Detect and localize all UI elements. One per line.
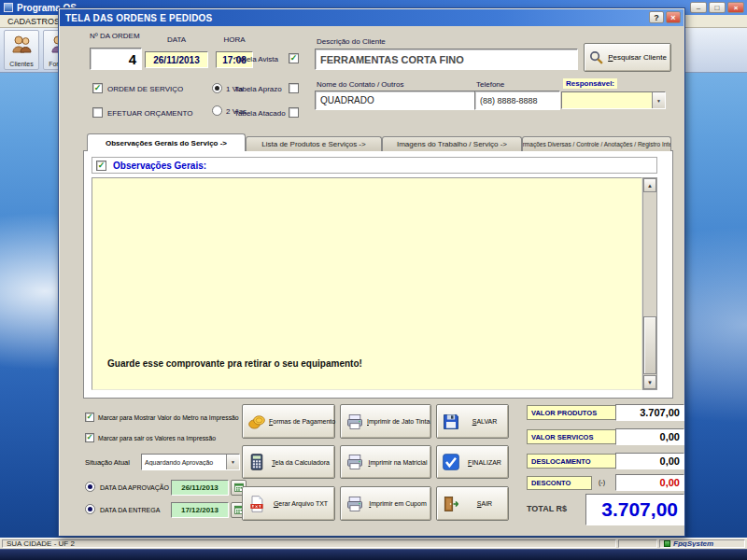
- status-bar: SUA CIDADE - UF 2 FpqSystem: [0, 538, 747, 549]
- via-1-label: 1 Via: [226, 85, 243, 93]
- tabela-avista-label: Tabela Avista: [234, 55, 278, 63]
- calculadora-button[interactable]: Tela da Calculadora: [242, 445, 335, 479]
- dialog-title: TELA DAS ORDENS E PEDIDOS: [65, 13, 212, 23]
- data-entrega-label: DATA DA ENTREGA: [100, 507, 160, 513]
- client-description-label: Descrição do Cliente: [317, 37, 386, 46]
- taskbar[interactable]: [0, 549, 747, 560]
- tabela-avista-checkbox[interactable]: ✓: [289, 53, 299, 63]
- salvar-button[interactable]: SALVAR: [436, 404, 509, 439]
- gerar-txt-label: Gerar Arquivo TXT: [269, 500, 332, 507]
- observacoes-textarea[interactable]: Guarde esse comprovante pra retirar o se…: [92, 177, 642, 390]
- salvar-label: SALVAR: [463, 418, 506, 425]
- data-entrega-field[interactable]: 17/12/2013: [171, 502, 229, 518]
- sair-valores-checkbox[interactable]: ✓: [85, 433, 94, 442]
- window-controls: – □ ×: [690, 2, 744, 13]
- tab-label: Imagens do Trabalho / Serviço ->: [397, 140, 507, 148]
- phone-label: Telefone: [476, 80, 504, 89]
- app-close-button[interactable]: ×: [727, 2, 744, 13]
- formas-pagamento-label: Formas de Pagamento: [269, 418, 335, 425]
- dropdown-arrow-icon[interactable]: ▼: [226, 455, 239, 469]
- txt-file-icon: [247, 495, 266, 513]
- search-icon: [588, 49, 604, 65]
- imprimir-matricial-label: Imprimir na Matricial: [367, 459, 429, 466]
- imprimir-jato-label: Imprimir de Jato Tinta: [367, 418, 430, 425]
- tab-label: Informações Diversas / Controle / Anotaç…: [522, 141, 671, 147]
- valor-produtos-value: 3.707,00: [615, 404, 684, 421]
- imprimir-cupom-label: Imprimir em Cupom: [367, 500, 429, 507]
- textarea-scrollbar[interactable]: ▲ ▼: [642, 177, 657, 390]
- maximize-button[interactable]: □: [709, 2, 726, 13]
- client-description-input[interactable]: FERRAMENTAS CORTA FINO: [315, 49, 578, 70]
- gerar-txt-button[interactable]: Gerar Arquivo TXT: [242, 486, 335, 521]
- dropdown-arrow-icon[interactable]: ▼: [652, 92, 665, 108]
- finalize-check-icon: [442, 453, 460, 471]
- toolbar-clientes-button[interactable]: Clientes: [4, 30, 39, 70]
- dialog-titlebar[interactable]: TELA DAS ORDENS E PEDIDOS ? ×: [60, 9, 684, 26]
- scroll-down-button[interactable]: ▼: [643, 375, 656, 389]
- mostrar-metro-checkbox[interactable]: ✓: [85, 413, 94, 422]
- tabela-atacado-checkbox[interactable]: [289, 107, 299, 118]
- date-field[interactable]: 26/11/2013: [145, 51, 208, 68]
- status-brand-panel: FpqSystem: [659, 539, 745, 548]
- observacoes-title: Observações Gerais:: [113, 161, 206, 171]
- observacoes-checkbox[interactable]: ✓: [96, 161, 106, 171]
- via-2-radio[interactable]: [212, 105, 222, 116]
- mostrar-metro-label: Marcar para Mostrar Valor do Metro na Im…: [98, 414, 239, 421]
- check-mark: ✓: [87, 434, 93, 441]
- check-mark: ✓: [94, 84, 102, 92]
- formas-pagamento-button[interactable]: Formas de Pagamento: [242, 404, 335, 439]
- tab-lista-produtos[interactable]: Lista de Produtos e Serviços ->: [246, 136, 382, 151]
- dialog-close-button[interactable]: ×: [666, 11, 681, 23]
- responsavel-select[interactable]: ▼: [561, 91, 666, 109]
- orders-dialog: TELA DAS ORDENS E PEDIDOS ? × Nº DA ORDE…: [58, 7, 685, 537]
- imprimir-matricial-button[interactable]: Imprimir na Matricial: [340, 445, 431, 479]
- check-mark: ✓: [98, 161, 106, 170]
- finalizar-button[interactable]: FINALIZAR: [436, 445, 509, 479]
- deslocamento-value: 0,00: [615, 453, 684, 469]
- status-brand-text: FpqSystem: [673, 539, 713, 548]
- situacao-value: Aguardando Aprovação: [142, 459, 226, 466]
- desconto-minus-sign: (-): [599, 479, 605, 485]
- printer-icon: [345, 453, 364, 471]
- toolbar-clientes-label: Clientes: [9, 61, 33, 67]
- observacoes-header: ✓ Observações Gerais:: [92, 157, 657, 174]
- status-city-text: SUA CIDADE - UF 2: [7, 539, 75, 548]
- clients-icon: [10, 34, 33, 60]
- scroll-thumb[interactable]: [643, 316, 656, 374]
- ordem-servico-label: ORDEM DE SERVIÇO: [107, 85, 183, 93]
- data-entrega-radio[interactable]: [85, 504, 95, 514]
- help-button[interactable]: ?: [649, 11, 664, 23]
- tab-informacoes-diversas[interactable]: Informações Diversas / Controle / Anotaç…: [522, 136, 671, 151]
- efetuar-orcamento-checkbox[interactable]: [92, 107, 103, 118]
- imprimir-cupom-button[interactable]: Imprimir em Cupom: [340, 486, 431, 521]
- data-aprovacao-radio[interactable]: [85, 482, 95, 492]
- total-label: TOTAL R$: [527, 504, 567, 513]
- phone-input[interactable]: (88) 8888-8888: [474, 91, 560, 110]
- order-number-input[interactable]: 4: [90, 48, 142, 70]
- tab-observacoes-gerais[interactable]: Observações Gerais do Serviço ->: [87, 133, 246, 151]
- printer-icon: [345, 413, 364, 431]
- observacoes-panel: ✓ Observações Gerais: Guarde esse compro…: [83, 150, 673, 399]
- menu-cadastros[interactable]: CADASTROS: [7, 17, 60, 26]
- note-text: Guarde esse comprovante pra retirar o se…: [107, 358, 362, 369]
- efetuar-orcamento-label: EFETUAR ORÇAMENTO: [107, 109, 192, 118]
- ordem-servico-checkbox[interactable]: ✓: [92, 83, 103, 93]
- situacao-label: Situação Atual: [85, 458, 130, 467]
- tabela-aprazo-checkbox[interactable]: [289, 83, 299, 93]
- via-2-label: 2 Vias: [226, 107, 247, 116]
- via-1-radio[interactable]: [212, 83, 222, 93]
- imprimir-jato-button[interactable]: Imprimir de Jato Tinta: [340, 404, 431, 439]
- scroll-up-button[interactable]: ▲: [643, 178, 656, 192]
- tab-imagens-trabalho[interactable]: Imagens do Trabalho / Serviço ->: [382, 136, 522, 151]
- deslocamento-label: DESLOCAMENTO: [527, 454, 616, 469]
- finalizar-label: FINALIZAR: [463, 459, 506, 466]
- contact-input[interactable]: QUADRADO: [315, 91, 475, 110]
- calculator-icon: [247, 453, 266, 471]
- situacao-select[interactable]: Aguardando Aprovação ▼: [141, 454, 240, 470]
- minimize-button[interactable]: –: [690, 2, 707, 13]
- sair-button[interactable]: SAIR: [436, 486, 509, 521]
- tab-label: Lista de Produtos e Serviços ->: [261, 140, 365, 148]
- search-client-button[interactable]: Pesquisar Cliente: [584, 43, 671, 72]
- status-mid-panel: [618, 539, 657, 548]
- data-aprovacao-field[interactable]: 26/11/2013: [171, 480, 229, 496]
